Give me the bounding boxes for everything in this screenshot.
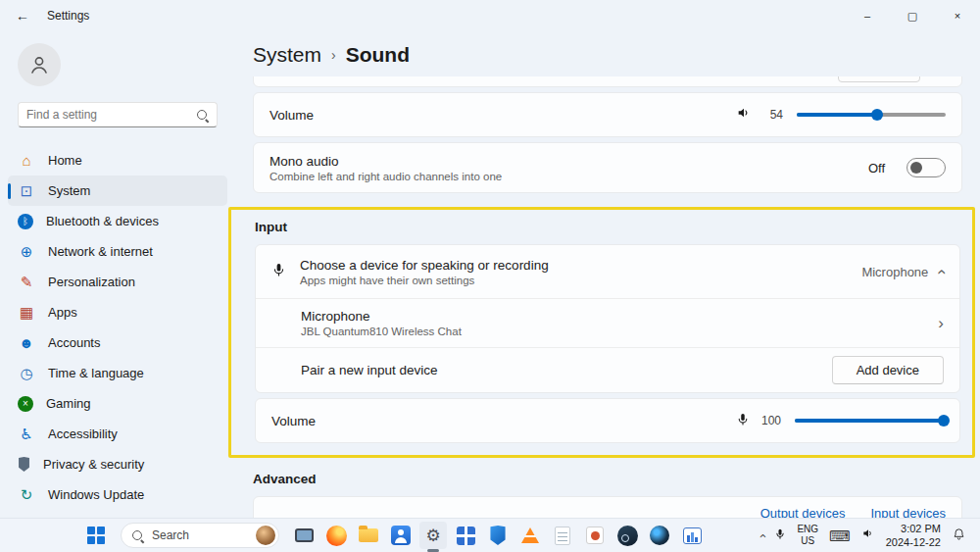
sidebar-item-privacy-security[interactable]: Privacy & security (8, 449, 227, 479)
tray-microphone-icon[interactable] (774, 527, 786, 544)
settings-content: System › Sound Volume (235, 31, 980, 518)
taskbar-app-firefox[interactable] (322, 522, 350, 549)
taskbar-search[interactable]: Search (121, 523, 279, 548)
sidebar-item-apps[interactable]: ▦ Apps (8, 297, 227, 327)
back-button[interactable]: ← (16, 8, 29, 24)
clipped-output-row (253, 76, 962, 87)
input-chooser-value: Microphone (861, 265, 928, 279)
microphone-icon[interactable] (736, 412, 750, 430)
settings-window: ← Settings – ▢ × ⌂ Hom (0, 0, 980, 552)
breadcrumb-system[interactable]: System (253, 43, 321, 67)
mono-toggle-state-label: Off (868, 161, 885, 176)
input-volume-slider[interactable] (795, 419, 944, 423)
monitor-icon (295, 528, 314, 542)
settings-scroll-area[interactable]: Volume 54 (227, 76, 976, 518)
taskbar-app-settings[interactable]: ⚙ (419, 522, 447, 549)
person-icon (27, 53, 51, 76)
input-chooser-row[interactable]: Choose a device for speaking or recordin… (256, 245, 959, 298)
close-button[interactable]: × (935, 0, 980, 31)
blue-person-app-icon (391, 526, 411, 545)
sidebar-item-bluetooth-devices[interactable]: ᛒ Bluetooth & devices (8, 206, 227, 236)
tray-time: 3:02 PM (886, 522, 941, 535)
file-explorer-icon (359, 528, 378, 542)
sidebar-item-time-language[interactable]: ◷ Time & language (8, 358, 227, 388)
add-device-button[interactable]: Add device (832, 356, 944, 384)
input-volume-label: Volume (271, 414, 316, 428)
find-setting-input[interactable] (26, 108, 190, 122)
windows-security-shield-icon (489, 526, 507, 545)
sidebar-item-label: Accounts (48, 335, 100, 350)
taskbar-app-vlc[interactable] (516, 522, 544, 549)
taskbar-app-dark-circle[interactable] (646, 522, 673, 549)
language-top: ENG (797, 524, 818, 535)
windows-update-icon: ↻ (18, 487, 35, 502)
language-indicator[interactable]: ENG US (797, 524, 818, 547)
sidebar-item-windows-update[interactable]: ↻ Windows Update (8, 479, 227, 510)
microphone-icon (271, 262, 286, 281)
output-devices-link[interactable]: Output devices (760, 506, 846, 518)
user-avatar[interactable] (18, 43, 61, 86)
sidebar-item-label: Personalization (48, 275, 135, 289)
notification-bell-icon[interactable] (952, 527, 966, 545)
system-icon: ⊡ (18, 183, 35, 198)
sidebar-search-box[interactable] (18, 102, 218, 127)
minimize-button[interactable]: – (845, 0, 890, 31)
speaker-icon[interactable] (736, 105, 752, 125)
privacy-shield-icon (18, 457, 30, 472)
sidebar-item-network-internet[interactable]: ⊕ Network & internet (8, 236, 227, 267)
taskbar-app-file-explorer[interactable] (355, 522, 382, 549)
input-devices-link[interactable]: Input devices (870, 506, 946, 518)
notepad-icon (555, 527, 570, 545)
clock[interactable]: 3:02 PM 2024-12-22 (886, 522, 941, 550)
chevron-right-icon[interactable]: › (938, 315, 944, 331)
sidebar-item-personalization[interactable]: ✎ Personalization (8, 267, 227, 297)
touch-keyboard-icon[interactable]: ⌨ (829, 528, 851, 543)
tray-speaker-icon[interactable] (861, 527, 875, 544)
slider-thumb[interactable] (938, 415, 950, 427)
clipped-control[interactable] (838, 76, 920, 82)
maximize-button[interactable]: ▢ (890, 0, 935, 31)
sidebar-item-label: Time & language (48, 366, 144, 380)
sidebar-item-label: Home (48, 153, 82, 168)
sidebar-item-label: Network & internet (48, 244, 153, 259)
sidebar-item-label: Bluetooth & devices (46, 214, 159, 228)
taskbar-app-task-manager[interactable] (678, 522, 706, 549)
sidebar-item-gaming[interactable]: × Gaming (8, 388, 227, 419)
microphone-device-row[interactable]: Microphone JBL Quantum810 Wireless Chat … (256, 298, 959, 347)
taskbar-app-windows-security[interactable] (484, 522, 512, 549)
troubleshoot-row: Troubleshoot common sound problems Outpu… (253, 496, 962, 518)
output-volume-value: 54 (761, 108, 783, 122)
taskbar: Search ⚙ › (0, 518, 980, 552)
slider-thumb[interactable] (871, 109, 883, 121)
output-volume-label: Volume (270, 108, 314, 123)
sidebar-item-accounts[interactable]: ☻ Accounts (8, 327, 227, 358)
taskbar-app-presentation[interactable] (581, 522, 609, 549)
sidebar-item-home[interactable]: ⌂ Home (8, 145, 227, 176)
steam-icon (617, 526, 638, 546)
slider-fill (795, 419, 944, 423)
vlc-cone-icon (521, 527, 539, 543)
language-bottom: US (797, 535, 818, 547)
titlebar: ← Settings – ▢ × (0, 0, 980, 31)
grid-app-icon (457, 527, 475, 545)
taskbar-app-steam[interactable] (613, 522, 641, 549)
personalization-icon: ✎ (18, 275, 35, 289)
mono-audio-toggle[interactable] (906, 158, 946, 177)
start-button[interactable] (82, 522, 110, 549)
sidebar-item-accessibility[interactable]: ♿ Accessibility (8, 419, 227, 449)
input-volume-row: Volume 100 (255, 398, 960, 443)
taskbar-app-notepad[interactable] (549, 522, 576, 549)
sidebar-item-label: System (48, 183, 90, 198)
selection-indicator (8, 183, 11, 199)
chevron-up-icon[interactable]: › (933, 269, 950, 275)
sidebar-item-system[interactable]: ⊡ System (8, 176, 227, 206)
taskbar-app-blue-person[interactable] (387, 522, 415, 549)
output-volume-slider[interactable] (797, 113, 946, 117)
input-section-highlight-box: Input Choose a device f (228, 207, 975, 458)
taskbar-app-monitor[interactable] (290, 522, 318, 549)
output-volume-row: Volume 54 (253, 92, 962, 137)
tray-chevron-up-icon[interactable]: › (756, 533, 768, 537)
sidebar-item-label: Accessibility (48, 427, 118, 441)
mono-audio-subtitle: Combine left and right audio channels in… (270, 171, 502, 182)
taskbar-app-grid[interactable] (452, 522, 479, 549)
